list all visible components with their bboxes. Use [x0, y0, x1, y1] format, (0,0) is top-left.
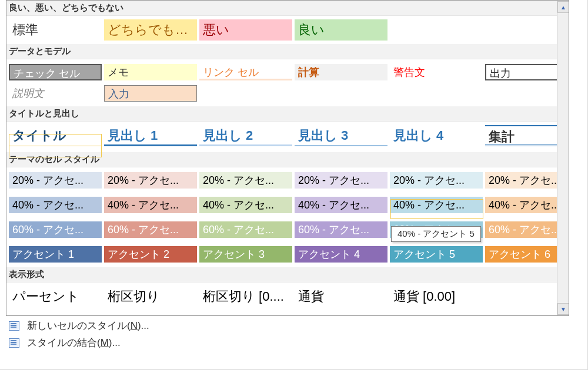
style-calc[interactable]: 計算 — [295, 64, 387, 80]
accent-40-3[interactable]: 40% - アクセ... — [199, 197, 292, 213]
accent-60-2[interactable]: 60% - アクセ... — [104, 221, 197, 238]
accent-20-3[interactable]: 20% - アクセ... — [199, 172, 292, 189]
style-memo[interactable]: メモ — [104, 64, 197, 80]
accent-60-3[interactable]: 60% - アクセ... — [199, 221, 292, 238]
accent-40-2[interactable]: 40% - アクセ... — [104, 197, 197, 213]
gallery-scrollbar[interactable]: ▲ ▼ — [557, 1, 569, 315]
accent-100-4[interactable]: アクセント 4 — [295, 246, 387, 263]
accent-40-5[interactable]: 40% - アクセ... — [390, 197, 483, 213]
style-heading2[interactable]: 見出し 2 — [199, 125, 292, 146]
grid-good-bad: 標準 どちらでもない 悪い 良い — [6, 16, 569, 44]
style-percent[interactable]: パーセント — [9, 286, 102, 307]
style-input[interactable]: 入力 — [104, 85, 197, 102]
grid-data-model: チェック セル メモ リンク セル 計算 警告文 出力 説明文 入力 — [6, 59, 569, 106]
style-check-cell[interactable]: チェック セル — [9, 64, 102, 80]
style-heading4[interactable]: 見出し 4 — [390, 125, 483, 146]
accent-100-3[interactable]: アクセント 3 — [199, 246, 292, 263]
grid-theme: 20% - アクセ...20% - アクセ...20% - アクセ...20% … — [6, 167, 569, 267]
accent-20-2[interactable]: 20% - アクセ... — [104, 172, 197, 189]
style-thousands-0[interactable]: 桁区切り [0.... — [199, 286, 292, 307]
accent-100-2[interactable]: アクセント 2 — [104, 246, 197, 263]
grid-format: パーセント 桁区切り 桁区切り [0.... 通貨 通貨 [0.00] — [6, 282, 569, 311]
style-currency-0-00[interactable]: 通貨 [0.00] — [390, 286, 483, 307]
style-title[interactable]: タイトル — [9, 125, 102, 146]
style-good[interactable]: 良い — [295, 19, 387, 41]
accent-60-1[interactable]: 60% - アクセ... — [9, 221, 102, 238]
style-thousands[interactable]: 桁区切り — [104, 286, 197, 307]
accent-hover-tooltip: 40% - アクセント 5 — [391, 226, 481, 242]
accent-40-1[interactable]: 40% - アクセ... — [9, 197, 102, 213]
accent-20-4[interactable]: 20% - アクセ... — [295, 172, 387, 189]
style-neutral[interactable]: どちらでもない — [104, 19, 197, 41]
scroll-up-icon[interactable]: ▲ — [557, 1, 569, 13]
style-warning[interactable]: 警告文 — [390, 64, 483, 80]
new-style-icon — [8, 321, 20, 331]
style-explain[interactable]: 説明文 — [9, 85, 102, 102]
accent-20-1[interactable]: 20% - アクセ... — [9, 172, 102, 189]
style-heading1[interactable]: 見出し 1 — [104, 125, 197, 146]
merge-style-label: スタイルの結合(M)... — [27, 336, 121, 349]
style-normal[interactable]: 標準 — [9, 19, 102, 41]
style-bad[interactable]: 悪い — [199, 19, 292, 41]
cell-styles-gallery: 良い、悪い、どちらでもない 標準 どちらでもない 悪い 良い データとモデル チ… — [6, 0, 569, 316]
style-currency[interactable]: 通貨 — [295, 286, 387, 307]
accent-40-4[interactable]: 40% - アクセ... — [295, 197, 387, 213]
merge-style-button[interactable]: スタイルの結合(M)... — [6, 334, 570, 351]
accent-20-5[interactable]: 20% - アクセ... — [390, 172, 483, 189]
style-heading3[interactable]: 見出し 3 — [295, 125, 387, 146]
section-header-format: 表示形式 — [6, 267, 569, 282]
new-cell-style-label: 新しいセルのスタイル(N)... — [27, 319, 149, 332]
grid-titles: タイトル 見出し 1 見出し 2 見出し 3 見出し 4 集計 — [6, 122, 569, 152]
section-header-data-model: データとモデル — [6, 44, 569, 59]
style-link-cell[interactable]: リンク セル — [199, 64, 292, 80]
new-cell-style-button[interactable]: 新しいセルのスタイル(N)... — [6, 317, 570, 334]
section-header-good-bad: 良い、悪い、どちらでもない — [6, 1, 569, 16]
accent-100-5[interactable]: アクセント 5 — [390, 246, 483, 263]
accent-100-1[interactable]: アクセント 1 — [9, 246, 102, 263]
section-header-titles: タイトルと見出し — [6, 106, 569, 122]
scroll-down-icon[interactable]: ▼ — [557, 303, 569, 315]
gallery-footer: 新しいセルのスタイル(N)... スタイルの結合(M)... — [6, 317, 570, 351]
section-header-theme: テーマのセル スタイル — [6, 152, 569, 167]
merge-style-icon — [8, 338, 20, 348]
accent-60-4[interactable]: 60% - アクセ... — [295, 221, 387, 238]
